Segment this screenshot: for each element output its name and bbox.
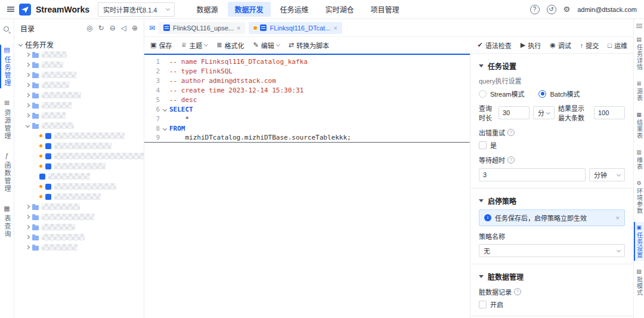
code-line[interactable]: 4-- create time 2023-12-14 15:30:31 xyxy=(144,85,470,95)
nav-realtime-lake[interactable]: 实时湖仓 xyxy=(318,2,361,17)
run-button[interactable]: ▶ 执行 xyxy=(521,41,541,50)
caret-down-icon xyxy=(18,42,23,47)
tree-item-redacted[interactable] xyxy=(14,100,144,110)
code-line[interactable]: 1-- name FLinksql116_DTcatalog_kafka xyxy=(144,57,470,66)
rtab-dim-table[interactable]: ▥ 维表 xyxy=(634,147,644,172)
close-icon[interactable]: × xyxy=(333,24,337,32)
search-icon[interactable] xyxy=(4,26,10,33)
streamworks-app: StreamWorks 实时计算迭代8.1.4 数据源 数据开发 任务运维 实时… xyxy=(0,0,644,318)
gear-icon[interactable]: ⚙ xyxy=(564,5,571,14)
code-editor[interactable]: 1-- name FLinksql116_DTcatalog_kafka 2--… xyxy=(144,54,470,318)
convert-to-script-button[interactable]: ⇄ 转换为脚本 xyxy=(289,41,329,50)
rtab-source-table[interactable]: ⊞ 源表 xyxy=(634,78,644,104)
timeout-input[interactable] xyxy=(479,168,586,181)
format-button[interactable]: ≣ 格式化 xyxy=(216,41,244,50)
editor-tab-flinksql116-upse[interactable]: FlinkSQL116_upse... × xyxy=(159,22,245,34)
duration-unit-select[interactable]: 分 xyxy=(533,106,555,119)
tree-item-redacted[interactable] xyxy=(14,50,144,60)
debug-button[interactable]: ◉ 调试 xyxy=(550,41,571,50)
submit-button[interactable]: ↑ 提交 xyxy=(580,41,599,50)
code-line-cursor[interactable]: 9 mizhiDTcatalog.mizhiDTBase.sourceTable… xyxy=(144,133,470,143)
ops-button[interactable]: □ 运维 xyxy=(608,41,627,50)
theme-button[interactable]: ♕ 主题 xyxy=(181,41,208,50)
tree-item-redacted[interactable] xyxy=(14,131,144,141)
tree-item-redacted[interactable] xyxy=(14,222,144,232)
nav-datasource[interactable]: 数据源 xyxy=(189,2,225,17)
collapse-all-icon[interactable]: ⊖ xyxy=(110,24,116,32)
tree-item-redacted[interactable] xyxy=(14,70,144,80)
code-area[interactable]: 1-- name FLinksql116_DTcatalog_kafka 2--… xyxy=(144,55,470,318)
rtab-batch-mode[interactable]: ▧ 批模式 xyxy=(634,266,644,298)
editor-tab-flinksql116-dtcat[interactable]: FLinksql116_DTcat... × xyxy=(249,22,342,34)
tree-item-redacted[interactable] xyxy=(14,151,144,161)
query-duration-label: 查询时长 xyxy=(479,103,495,122)
rtab-task-detail[interactable]: ▤ 任务详情 xyxy=(634,34,644,73)
fold-icon[interactable] xyxy=(160,127,169,130)
max-rows-input[interactable] xyxy=(594,106,625,119)
sidebar-item-function-mgmt[interactable]: ƒ 函数管理 xyxy=(0,151,14,194)
tree-item-redacted[interactable] xyxy=(14,90,144,100)
timeout-unit-select[interactable]: 分钟 xyxy=(589,168,625,181)
syntax-check-button[interactable]: ✔ 语法检查 xyxy=(478,41,512,50)
rtab-result-table[interactable]: ▦ 结果表 xyxy=(634,109,644,141)
help-icon[interactable]: ? xyxy=(530,5,540,14)
save-button[interactable]: ▣ 保存 xyxy=(150,41,172,50)
close-icon[interactable]: × xyxy=(237,24,240,32)
edit-button[interactable]: ✎ 编辑 xyxy=(253,41,280,50)
tree-item-redacted[interactable] xyxy=(14,171,144,181)
strategy-name-select[interactable]: 无 xyxy=(479,244,625,257)
code-line[interactable]: 8FROM xyxy=(144,124,470,133)
code-line[interactable]: 2-- type FlinkSQL xyxy=(144,66,470,76)
tree-item-redacted[interactable] xyxy=(14,60,144,70)
rtab-task-settings[interactable]: ▣ 任务设置 xyxy=(634,222,644,261)
rtab-env-params[interactable]: ⚙ 环境参数 xyxy=(634,178,644,217)
tree-item-redacted[interactable] xyxy=(14,80,144,90)
project-version-select[interactable]: 实时计算迭代8.1.4 xyxy=(98,2,175,17)
code-line[interactable]: 7 * xyxy=(144,114,470,124)
nav-data-develop[interactable]: 数据开发 xyxy=(228,2,271,17)
sidebar-item-task-mgmt[interactable]: ▤ 任务管理 xyxy=(0,45,14,88)
close-icon[interactable]: × xyxy=(616,214,620,221)
sidebar-item-resource-mgmt[interactable]: ⊞ 资源管理 xyxy=(0,98,14,141)
tree-item-redacted[interactable] xyxy=(14,121,144,131)
radio-stream-mode[interactable]: Stream模式 xyxy=(479,89,524,98)
section-start-stop-strategy[interactable]: 启停策略 xyxy=(479,196,625,206)
file-icon xyxy=(45,153,51,159)
caret-right-icon xyxy=(26,103,30,107)
send-icon[interactable]: ◁ xyxy=(121,24,126,32)
panel-menu-icon[interactable] xyxy=(636,24,642,29)
tree-item-redacted[interactable] xyxy=(14,242,144,252)
add-icon[interactable]: ⊕ xyxy=(132,24,138,32)
nav-task-ops[interactable]: 任务运维 xyxy=(273,2,316,17)
tree-item-redacted[interactable] xyxy=(14,232,144,242)
history-icon[interactable]: ↺ xyxy=(547,5,556,14)
locate-icon[interactable]: ◎ xyxy=(86,24,92,32)
home-icon[interactable]: ✉ xyxy=(149,24,155,32)
info-icon: ? xyxy=(507,129,515,136)
tree-item-redacted[interactable] xyxy=(14,161,144,171)
dirty-enable-checkbox[interactable]: 开启 xyxy=(479,300,625,309)
section-dirty-data[interactable]: 脏数据管理 xyxy=(479,271,625,282)
retry-checkbox[interactable]: 是 xyxy=(479,140,625,150)
radio-batch-mode[interactable]: Batch模式 xyxy=(538,89,580,98)
code-line[interactable]: 5-- desc xyxy=(144,95,470,104)
code-line[interactable]: 6SELECT xyxy=(144,104,470,114)
tree-item-redacted[interactable] xyxy=(14,192,144,202)
tree-item-redacted[interactable] xyxy=(14,141,144,151)
tree-item-redacted[interactable] xyxy=(14,110,144,121)
tree-item-redacted[interactable] xyxy=(14,181,144,192)
nav-project-mgmt[interactable]: 项目管理 xyxy=(364,2,407,17)
query-duration-input[interactable] xyxy=(499,106,530,119)
tb-label: 编辑 xyxy=(261,41,274,50)
sidebar-item-table-query[interactable]: ▦ 表查询 xyxy=(0,203,14,239)
fold-icon[interactable] xyxy=(160,108,169,111)
catalog-tree-redacted xyxy=(14,50,144,252)
tree-item-redacted[interactable] xyxy=(14,202,144,212)
menu-icon[interactable] xyxy=(7,7,14,12)
section-task-settings[interactable]: 任务设置 xyxy=(479,61,625,71)
tree-root-task-develop[interactable]: 任务开发 xyxy=(14,39,144,50)
tree-item-redacted[interactable] xyxy=(14,212,144,222)
code-line[interactable]: 3-- author admin@dtstack.com xyxy=(144,76,470,85)
refresh-icon[interactable]: ↻ xyxy=(98,24,104,32)
user-email[interactable]: admin@dtstack.com xyxy=(577,6,637,13)
